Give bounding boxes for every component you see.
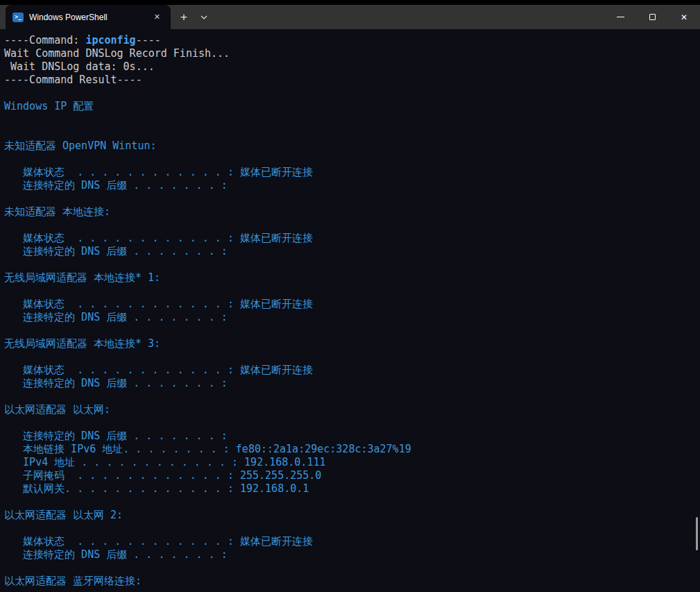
terminal-text-segment: 未知适配器 OpenVPN Wintun: [4,139,157,152]
terminal-line: 连接特定的 DNS 后缀 . . . . . . . : [4,377,700,390]
terminal-text-segment: 媒体状态 . . . . . . . . . . . . : 媒体已断开连接 [4,298,313,310]
terminal-line [4,390,700,403]
terminal-line: 连接特定的 DNS 后缀 . . . . . . . : [4,245,700,258]
terminal-text-segment: 媒体状态 . . . . . . . . . . . . : 媒体已断开连接 [4,364,313,376]
terminal-text-segment: ---- [136,34,161,46]
tab-windows-powershell[interactable]: >_ Windows PowerShell ✕ [6,5,171,29]
terminal-text-segment: ----Command Result---- [4,74,142,86]
terminal-text-segment: 默认网关. . . . . . . . . . . . . : 192.168.… [4,482,309,495]
terminal-line: 媒体状态 . . . . . . . . . . . . : 媒体已断开连接 [4,364,700,377]
minimize-icon [617,17,624,17]
terminal-line [4,324,700,337]
terminal-line [4,496,700,509]
terminal-line: 子网掩码 . . . . . . . . . . . . : 255.255.2… [4,469,700,482]
new-tab-button[interactable]: + [173,5,194,29]
terminal-text-segment: 媒体状态 . . . . . . . . . . . . : 媒体已断开连接 [4,232,313,244]
terminal-line: 本地链接 IPv6 地址. . . . . . . . : fe80::2a1a… [4,443,700,456]
terminal-text-segment: 无线局域网适配器 本地连接* 1: [4,271,160,284]
maximize-button[interactable] [636,5,668,29]
terminal-text-segment: Windows IP 配置 [4,100,94,112]
terminal-line [4,126,700,139]
terminal-text-segment: 无线局域网适配器 本地连接* 3: [4,337,160,350]
terminal-line: 媒体状态 . . . . . . . . . . . . : 媒体已断开连接 [4,535,700,548]
terminal-line: 未知适配器 OpenVPN Wintun: [4,139,700,153]
terminal-text-segment: 媒体状态 . . . . . . . . . . . . : 媒体已断开连接 [4,166,313,178]
terminal-text-segment: IPv4 地址 . . . . . . . . . . . . : 192.16… [4,456,325,468]
terminal-line: 连接特定的 DNS 后缀 . . . . . . . : [4,179,700,192]
terminal-text-segment: 子网掩码 . . . . . . . . . . . . : 255.255.2… [4,469,321,482]
terminal-line: 连接特定的 DNS 后缀 . . . . . . . : [4,311,700,324]
terminal-line: 以太网适配器 蓝牙网络连接: [4,575,700,588]
terminal-text-segment: 连接特定的 DNS 后缀 . . . . . . . : [4,430,228,442]
tab-row: >_ Windows PowerShell ✕ + ✕ [0,5,700,29]
terminal-line: 媒体状态 . . . . . . . . . . . . : 媒体已断开连接 [4,166,700,179]
terminal-line [4,153,700,166]
terminal-text-segment: ipconfig [85,34,135,46]
terminal-line [4,522,700,535]
close-icon: ✕ [681,13,688,22]
titlebar-top-strip [0,0,700,5]
terminal-line [4,87,700,100]
close-button[interactable]: ✕ [668,5,700,29]
titlebar-drag-region [214,5,604,29]
titlebar: >_ Windows PowerShell ✕ + ✕ [0,0,700,29]
terminal-line: 无线局域网适配器 本地连接* 1: [4,271,700,285]
scrollbar-thumb[interactable] [696,517,698,550]
terminal-line: 以太网适配器 以太网: [4,403,700,416]
terminal-text-segment: 未知适配器 本地连接: [4,205,110,218]
terminal-text-segment: 连接特定的 DNS 后缀 . . . . . . . : [4,548,228,561]
terminal-line: 无线局域网适配器 本地连接* 3: [4,337,700,350]
terminal-line: ----Command Result---- [4,74,700,87]
terminal-line: 以太网适配器 以太网 2: [4,509,700,522]
terminal-text-segment: 本地链接 IPv6 地址. . . . . . . . : fe80::2a1a… [4,443,411,455]
terminal-line [4,285,700,298]
terminal-line: 未知适配器 本地连接: [4,205,700,219]
terminal-text-segment: 连接特定的 DNS 后缀 . . . . . . . : [4,377,228,389]
scrollbar[interactable] [693,29,700,592]
terminal-text-segment: Wait Command DNSLog Record Finish... [4,47,230,60]
terminal-line [4,113,700,126]
terminal-line: 默认网关. . . . . . . . . . . . . : 192.168.… [4,482,700,496]
terminal-text-segment: 以太网适配器 以太网: [4,403,110,416]
terminal-line: 连接特定的 DNS 后缀 . . . . . . . : [4,548,700,561]
terminal-text-segment: ----Command: [4,34,85,46]
terminal-line: 媒体状态 . . . . . . . . . . . . : 媒体已断开连接 [4,298,700,311]
terminal-line [4,192,700,205]
terminal-text-segment: 媒体状态 . . . . . . . . . . . . : 媒体已断开连接 [4,535,313,548]
terminal-line: Wait Command DNSLog Record Finish... [4,47,700,60]
terminal-line: 媒体状态 . . . . . . . . . . . . : 媒体已断开连接 [4,232,700,245]
powershell-icon: >_ [12,12,24,22]
terminal-line [4,219,700,232]
terminal-line [4,258,700,271]
maximize-icon [649,14,656,20]
tab-title: Windows PowerShell [29,12,145,22]
terminal-line [4,350,700,364]
terminal-output[interactable]: ----Command: ipconfig----Wait Command DN… [0,29,700,592]
minimize-button[interactable] [604,5,636,29]
terminal-line [4,416,700,430]
chevron-down-icon [200,15,207,19]
terminal-line: Windows IP 配置 [4,100,700,113]
terminal-text-segment: 连接特定的 DNS 后缀 . . . . . . . : [4,245,228,257]
terminal-text-segment: 连接特定的 DNS 后缀 . . . . . . . : [4,311,228,323]
terminal-line [4,561,700,575]
tab-close-icon[interactable]: ✕ [151,11,164,23]
terminal-line: IPv4 地址 . . . . . . . . . . . . : 192.16… [4,456,700,469]
terminal-text-segment: 以太网适配器 蓝牙网络连接: [4,575,142,587]
terminal-line: Wait DNSLog data: 0s... [4,60,700,74]
terminal-text-segment: 连接特定的 DNS 后缀 . . . . . . . : [4,179,228,192]
terminal-text-segment: Wait DNSLog data: 0s... [4,60,155,73]
terminal-line: ----Command: ipconfig---- [4,34,700,47]
terminal-line: 连接特定的 DNS 后缀 . . . . . . . : [4,430,700,443]
tab-dropdown-button[interactable] [194,5,214,29]
terminal-text-segment: 以太网适配器 以太网 2: [4,509,123,521]
